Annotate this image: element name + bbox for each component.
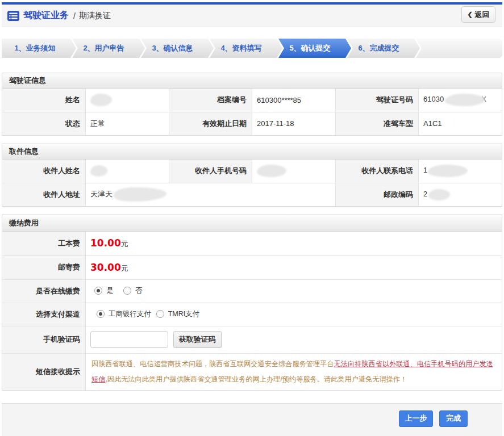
field-value-recipient-name [86,160,169,183]
field-label-sms-notice: 短信接收提示 [2,353,86,390]
field-label-sms-code: 手机验证码 [2,326,86,353]
license-info-section: 驾驶证信息 姓名 档案编号 610300****85 驾驶证号码 61030X … [2,73,502,136]
step-2-declaration[interactable]: 2、用户申告 [70,39,145,58]
field-value-name [86,89,169,112]
field-value-recipient-address: 天津天 [86,183,336,206]
radio-online-payment-no[interactable] [123,287,131,295]
step-5-confirm-submit[interactable]: 5、确认提交 [277,39,351,58]
mail-fee-amount: 30.00 [90,262,121,273]
radio-label-tmri[interactable]: TMRI支付 [168,310,200,318]
section-title-license: 驾驶证信息 [2,73,502,89]
license-list-icon [7,11,19,21]
work-fee-amount: 10.00 [90,237,121,249]
field-value-postal-code: 2 [419,183,502,206]
sms-code-cell: 获取验证码 [86,326,502,353]
payment-table: 工本费 10.00元 邮寄费 30.00元 是否在线缴费 是 否 选择支付渠道 … [2,232,502,390]
table-row: 选择支付渠道 工商银行支付 TMRI支付 [2,303,502,326]
field-value-recipient-phone: 1 [419,160,502,183]
mail-fee-unit: 元 [121,264,128,272]
step-label: 4、资料填写 [220,43,261,53]
redacted-recipient-phone [428,165,468,177]
field-label-mail-fee: 邮寄费 [2,255,86,279]
step-4-fill-data[interactable]: 4、资料填写 [208,39,282,58]
radio-label-no[interactable]: 否 [135,287,143,295]
step-label: 5、确认提交 [289,43,330,53]
table-row: 邮寄费 30.00元 [2,255,502,279]
table-row: 工本费 10.00元 [2,232,502,255]
radio-online-payment-yes[interactable] [94,287,102,295]
field-label-file-no: 档案编号 [169,89,252,112]
field-label-expiry: 有效期止日期 [169,112,252,135]
back-button-label: 返回 [475,10,490,20]
radio-label-yes[interactable]: 是 [106,287,114,295]
field-label-status: 状态 [2,112,86,135]
footer-bar: 上一步 完成 [2,403,502,436]
notice-text-after: ,因此无法向此类用户提供陕西省交通管理业务的网上办理/预约等服务。请此类用户避免… [105,375,407,383]
page-subtitle: 期满换证 [79,11,111,21]
field-label-work-fee: 工本费 [2,232,86,255]
payment-channel-options: 工商银行支付 TMRI支付 [86,303,502,326]
step-label: 1、业务须知 [14,43,55,53]
license-info-table: 姓名 档案编号 610300****85 驾驶证号码 61030X 状态 正常 … [2,89,502,135]
step-3-confirm-info[interactable]: 3、确认信息 [139,39,214,58]
field-value-status: 正常 [86,112,169,135]
field-value-file-no: 610300****85 [252,89,336,112]
recipient-phone-prefix: 1 [423,166,427,175]
license-no-prefix: 61030 [423,95,444,104]
step-wizard: 1、业务须知 2、用户申告 3、确认信息 4、资料填写 5、确认提交 6、完成提… [2,39,502,58]
field-label-recipient-address: 收件人地址 [2,183,86,206]
field-value-work-fee: 10.00元 [86,232,502,255]
redacted-name-value [90,94,112,106]
step-label: 2、用户申告 [83,43,124,53]
field-label-recipient-mobile: 收件人手机号码 [169,160,252,183]
field-value-expiry: 2017-11-18 [252,112,336,135]
field-label-vehicle-class: 准驾车型 [335,112,419,135]
field-label-license-no: 驾驶证号码 [335,89,419,112]
field-label-recipient-name: 收件人姓名 [2,160,86,183]
payment-section: 缴纳费用 工本费 10.00元 邮寄费 30.00元 是否在线缴费 是 否 选择… [2,215,502,391]
field-value-license-no: 61030X [419,89,502,112]
postal-code-prefix: 2 [423,190,427,198]
redacted-recipient-name [90,165,107,177]
redacted-recipient-address [114,187,166,202]
table-row: 姓名 档案编号 610300****85 驾驶证号码 61030X [2,89,502,112]
redacted-recipient-mobile [257,165,286,177]
field-label-recipient-phone: 收件人联系电话 [335,160,419,183]
redacted-license-no [445,94,485,106]
step-6-complete[interactable]: 6、完成提交 [345,39,420,58]
work-fee-unit: 元 [121,240,128,248]
step-bar-filler [414,39,502,58]
page-frame: 驾驶证业务 / 期满换证 ❮ 返回 1、业务须知 2、用户申告 3、确认信息 4… [2,2,502,436]
back-button[interactable]: ❮ 返回 [461,6,495,23]
section-title-delivery: 取件信息 [2,144,502,160]
field-value-mail-fee: 30.00元 [86,255,502,279]
finish-button[interactable]: 完成 [439,410,468,427]
delivery-info-table: 收件人姓名 收件人手机号码 收件人联系电话 1 收件人地址 天津天 邮政编码 2 [2,160,502,206]
field-value-vehicle-class: A1C1 [419,112,502,135]
table-row: 是否在线缴费 是 否 [2,279,502,303]
field-value-recipient-mobile [252,160,336,183]
section-title-payment: 缴纳费用 [2,215,502,232]
table-row: 状态 正常 有效期止日期 2017-11-18 准驾车型 A1C1 [2,112,502,135]
page-header: 驾驶证业务 / 期满换证 ❮ 返回 [2,5,502,27]
page-title: 驾驶证业务 [23,10,69,22]
field-label-online-payment: 是否在线缴费 [2,279,86,303]
previous-step-button[interactable]: 上一步 [399,410,433,427]
field-label-name: 姓名 [2,89,86,112]
breadcrumb-separator: / [73,11,76,20]
delivery-info-section: 取件信息 收件人姓名 收件人手机号码 收件人联系电话 1 收件人地址 天津天 邮… [2,144,502,207]
table-row: 收件人姓名 收件人手机号码 收件人联系电话 1 [2,160,502,183]
radio-channel-icbc[interactable] [97,310,105,318]
table-row: 短信接收提示 因陕西省联通、电信运营商技术问题，陕西省互联网交通安全综合服务管理… [2,353,502,390]
field-label-payment-channel: 选择支付渠道 [2,303,86,326]
step-label: 3、确认信息 [152,43,193,53]
radio-channel-tmri[interactable] [156,310,164,318]
field-label-postal-code: 邮政编码 [335,183,419,206]
step-1-notice[interactable]: 1、业务须知 [2,39,76,58]
redacted-postal-code [428,189,450,200]
sms-code-input[interactable] [90,331,168,348]
sms-notice-text: 因陕西省联通、电信运营商技术问题，陕西省互联网交通安全综合服务管理平台无法向持陕… [86,353,502,390]
recipient-address-prefix: 天津天 [90,190,113,198]
get-sms-code-button[interactable]: 获取验证码 [173,331,222,348]
radio-label-icbc[interactable]: 工商银行支付 [109,310,151,318]
